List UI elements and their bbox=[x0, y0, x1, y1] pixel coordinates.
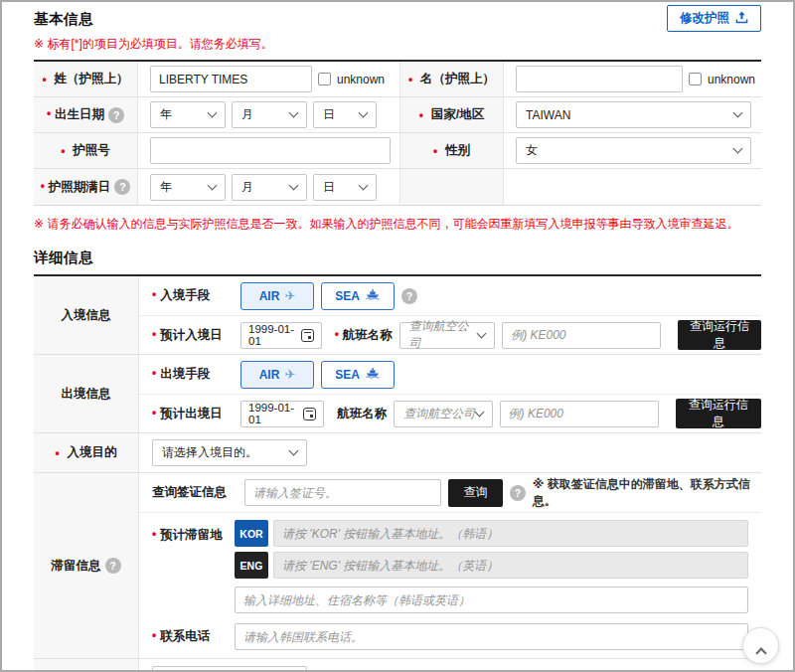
expiry-year-select[interactable]: 年 bbox=[150, 174, 226, 201]
entry-search-run-button[interactable]: 查询运行信息 bbox=[678, 320, 761, 350]
occupation-row: 职业 无业 bbox=[34, 659, 761, 672]
stay-address-subrow: 预计滞留地 KOR ENG bbox=[139, 512, 761, 620]
departure-content: 出境手段 AIR ✈ SEA 预计出境日 bbox=[139, 355, 761, 432]
occupation-content: 无业 bbox=[139, 659, 761, 672]
departure-air-button[interactable]: AIR ✈ bbox=[240, 361, 314, 389]
calendar-icon[interactable] bbox=[303, 408, 316, 420]
nationality-cell: TAIWAN bbox=[504, 97, 761, 132]
birth-year-select[interactable]: 年 bbox=[150, 101, 226, 128]
given-name-input[interactable] bbox=[516, 66, 683, 92]
expiry-day-select[interactable]: 日 bbox=[313, 174, 377, 201]
surname-label: 姓（护照上） bbox=[34, 62, 138, 96]
chevron-down-icon bbox=[289, 108, 299, 118]
phone-input[interactable] bbox=[235, 623, 748, 650]
departure-flight-label: 航班名称 bbox=[337, 406, 387, 422]
departure-flight-input[interactable] bbox=[500, 401, 659, 427]
visa-search-subrow: 查询签证信息 查询 ? ※ 获取签证信息中的滞留地、联系方式信息。 bbox=[139, 473, 761, 512]
table-row: 护照期满日 ? 年 月 日 bbox=[34, 169, 761, 205]
visa-number-input[interactable] bbox=[244, 479, 441, 506]
gender-select[interactable]: 女 bbox=[516, 137, 751, 164]
passport-expiry-label: 护照期满日 bbox=[41, 179, 111, 196]
chevron-down-icon bbox=[477, 328, 487, 338]
purpose-select[interactable]: 请选择入境目的。 bbox=[152, 439, 307, 466]
chevron-down-icon bbox=[733, 108, 743, 118]
detail-info-title: 详细信息 bbox=[34, 249, 761, 267]
airplane-icon: ✈ bbox=[284, 367, 295, 382]
ship-icon bbox=[365, 367, 381, 382]
entry-airline-select[interactable]: 查询航空公司 bbox=[399, 322, 495, 349]
entry-flight-input[interactable] bbox=[502, 322, 661, 349]
entry-date-subrow: 预计入境日 1999-01-01 航班名称 查询航空公司 查询运行信息 bbox=[139, 315, 761, 354]
kor-button[interactable]: KOR bbox=[235, 520, 268, 547]
entry-section-label: 入境信息 bbox=[34, 276, 139, 354]
detail-address-input[interactable] bbox=[235, 587, 748, 613]
passport-expiry-label-cell: 护照期满日 ? bbox=[34, 169, 138, 205]
chevron-up-icon bbox=[755, 647, 766, 658]
passport-confirm-note: ※ 请务必确认输入的信息与实际护照信息是否一致。如果输入的护照信息不同，可能会因… bbox=[34, 216, 761, 233]
entry-method-subrow: 入境手段 AIR ✈ SEA ? bbox=[139, 276, 761, 315]
help-icon[interactable]: ? bbox=[401, 288, 417, 304]
chevron-down-icon bbox=[474, 407, 484, 417]
given-name-unknown-checkbox[interactable] bbox=[689, 73, 702, 85]
occupation-label: 职业 bbox=[34, 659, 139, 672]
departure-date-subrow: 预计出境日 1999-01-01 航班名称 查询航空公司 查询运行信息 bbox=[139, 394, 761, 432]
eng-button[interactable]: ENG bbox=[235, 552, 268, 579]
departure-date-field[interactable]: 1999-01-01 bbox=[240, 401, 324, 427]
entry-air-button[interactable]: AIR ✈ bbox=[240, 282, 314, 310]
table-row: 姓（护照上） unknown 名（护照上） unknown bbox=[34, 62, 761, 97]
passport-no-cell bbox=[138, 133, 399, 168]
visa-search-label: 查询签证信息 bbox=[152, 484, 238, 501]
birth-month-select[interactable]: 月 bbox=[232, 101, 307, 128]
surname-unknown-checkbox[interactable] bbox=[318, 73, 331, 85]
departure-method-subrow: 出境手段 AIR ✈ SEA bbox=[139, 355, 761, 394]
chevron-down-icon bbox=[359, 108, 369, 118]
basic-info-table: 姓（护照上） unknown 名（护照上） unknown 出生日期 ? bbox=[34, 60, 761, 206]
stay-content: 查询签证信息 查询 ? ※ 获取签证信息中的滞留地、联系方式信息。 预计滞留地 … bbox=[139, 473, 761, 658]
ship-icon bbox=[365, 288, 381, 303]
entry-date-field[interactable]: 1999-01-01 bbox=[240, 322, 322, 349]
purpose-label: 入境目的 bbox=[34, 433, 139, 472]
kor-address-line: KOR bbox=[235, 520, 748, 547]
chevron-down-icon bbox=[289, 180, 299, 190]
nationality-select[interactable]: TAIWAN bbox=[516, 101, 751, 128]
phone-subrow: 联系电话 bbox=[139, 620, 761, 658]
visa-note: ※ 获取签证信息中的滞留地、联系方式信息。 bbox=[533, 476, 761, 510]
gender-cell: 女 bbox=[504, 133, 761, 168]
passport-expiry-cell: 年 月 日 bbox=[138, 169, 399, 205]
calendar-icon[interactable] bbox=[301, 329, 314, 342]
passport-no-input[interactable] bbox=[150, 137, 391, 164]
chevron-down-icon bbox=[733, 144, 743, 154]
entry-info-row: 入境信息 入境手段 AIR ✈ SEA bbox=[34, 276, 761, 355]
visa-search-button[interactable]: 查询 bbox=[448, 479, 503, 507]
entry-sea-button[interactable]: SEA bbox=[321, 282, 395, 310]
given-name-unknown-label: unknown bbox=[708, 73, 755, 86]
departure-section-label: 出境信息 bbox=[34, 355, 139, 432]
passport-no-label: 护照号 bbox=[34, 133, 138, 168]
edit-passport-button[interactable]: 修改护照 bbox=[667, 5, 761, 32]
table-row: 护照号 性别 女 bbox=[34, 133, 761, 169]
surname-unknown-label: unknown bbox=[337, 73, 385, 86]
expiry-month-select[interactable]: 月 bbox=[232, 174, 307, 201]
help-icon[interactable]: ? bbox=[114, 179, 130, 195]
departure-sea-button[interactable]: SEA bbox=[321, 361, 395, 389]
surname-input[interactable] bbox=[150, 66, 312, 92]
help-icon[interactable]: ? bbox=[108, 107, 124, 123]
birth-day-select[interactable]: 日 bbox=[313, 101, 377, 128]
edit-passport-label: 修改护照 bbox=[680, 10, 729, 27]
stay-address-label: 预计滞留地 bbox=[152, 527, 228, 544]
entry-flight-label: 航班名称 bbox=[335, 327, 393, 344]
content: 基本信息 ※ 标有[*]的项目为必填项目。请您务必填写。 修改护照 姓（护照上）… bbox=[2, 2, 793, 672]
scroll-to-top-button[interactable] bbox=[742, 627, 779, 664]
help-icon[interactable]: ? bbox=[105, 558, 121, 574]
form-page: 基本信息 ※ 标有[*]的项目为必填项目。请您务必填写。 修改护照 姓（护照上）… bbox=[0, 0, 795, 672]
kor-address-input bbox=[273, 520, 748, 547]
departure-airline-select[interactable]: 查询航空公司 bbox=[394, 401, 492, 427]
help-icon[interactable]: ? bbox=[510, 485, 526, 501]
occupation-select[interactable]: 无业 bbox=[152, 666, 307, 672]
birth-date-cell: 年 月 日 bbox=[138, 97, 399, 132]
airplane-icon: ✈ bbox=[284, 288, 295, 303]
departure-date-label: 预计出境日 bbox=[152, 406, 234, 422]
chevron-down-icon bbox=[289, 446, 299, 456]
departure-search-run-button[interactable]: 查询运行信息 bbox=[676, 399, 761, 428]
stay-section-label-cell: 滞留信息 ? bbox=[34, 473, 139, 658]
